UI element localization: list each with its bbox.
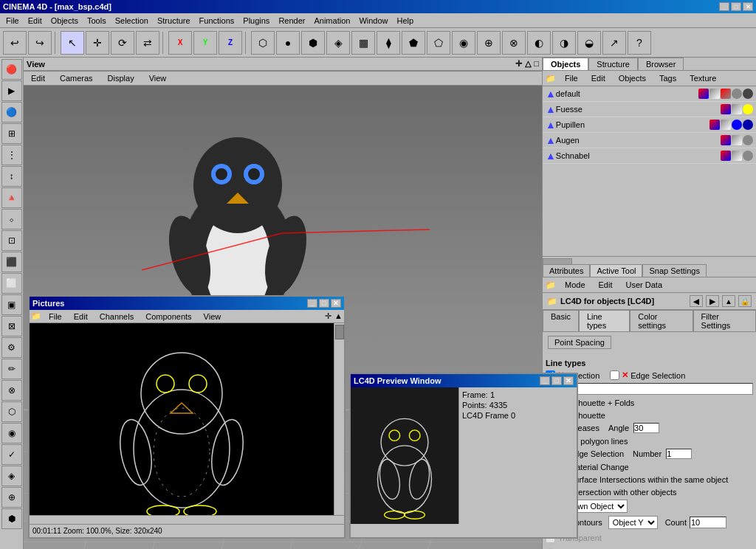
cube-btn[interactable]: ⬡ xyxy=(251,31,275,55)
count-input[interactable] xyxy=(690,517,726,528)
left-btn-14[interactable]: ⚙ xyxy=(1,337,22,358)
menu-render[interactable]: Render xyxy=(274,15,309,27)
attr-edit[interactable]: Edit xyxy=(594,279,617,291)
left-btn-20[interactable]: ◈ xyxy=(1,466,22,486)
menu-edit[interactable]: Edit xyxy=(24,15,47,27)
list-item[interactable]: ▲ Fuesse xyxy=(543,102,756,117)
edge-selection-checkbox[interactable] xyxy=(610,370,619,380)
mat-dot-a3[interactable] xyxy=(743,135,753,145)
select-button[interactable]: ↖ xyxy=(61,31,84,55)
minimize-button[interactable]: _ xyxy=(719,2,729,11)
pictures-canvas[interactable] xyxy=(30,323,334,515)
tab-structure[interactable]: Structure xyxy=(588,58,638,70)
pic-file[interactable]: File xyxy=(44,311,66,322)
tool1-btn[interactable]: ◈ xyxy=(326,31,350,55)
obj-objects-menu[interactable]: Objects xyxy=(614,72,650,84)
view-cameras[interactable]: Cameras xyxy=(55,72,97,84)
attr-user-data[interactable]: User Data xyxy=(622,279,667,291)
z-axis-btn[interactable]: Z xyxy=(219,31,242,55)
preview-close[interactable]: ✕ xyxy=(563,376,574,385)
contours-select[interactable]: Object Y xyxy=(608,516,658,529)
tool5-btn[interactable]: ⬠ xyxy=(427,31,450,55)
obj-edit-menu[interactable]: Edit xyxy=(587,72,610,84)
list-item[interactable]: ▲ default xyxy=(543,86,756,102)
view-view[interactable]: View xyxy=(145,72,171,84)
x-axis-btn[interactable]: X xyxy=(168,31,192,55)
tab-active-tool[interactable]: Active Tool xyxy=(590,264,642,277)
tab-objects[interactable]: Objects xyxy=(543,58,588,70)
left-btn-22[interactable]: ⬢ xyxy=(1,508,22,529)
left-btn-11[interactable]: ⬜ xyxy=(1,273,22,294)
menu-functions[interactable]: Functions xyxy=(195,15,239,27)
tab-snap-settings[interactable]: Snap Settings xyxy=(642,264,707,277)
cylinder-btn[interactable]: ⬢ xyxy=(301,31,325,55)
tool7-btn[interactable]: ⊕ xyxy=(477,31,501,55)
menu-window[interactable]: Window xyxy=(354,15,392,27)
mat-dot-p1[interactable] xyxy=(709,120,720,130)
mat-dot-5[interactable] xyxy=(743,89,753,99)
scroll-thumb-v[interactable] xyxy=(335,325,344,339)
obj-texture-menu[interactable]: Texture xyxy=(685,72,721,84)
point-spacing-button[interactable]: Point Spacing xyxy=(548,336,611,349)
preview-maximize[interactable]: □ xyxy=(551,376,562,385)
nav-lock[interactable]: 🔒 xyxy=(738,295,752,307)
mat-dot-p3[interactable] xyxy=(732,120,742,130)
list-item[interactable]: ▲ Pupillen xyxy=(543,117,756,133)
menu-structure[interactable]: Structure xyxy=(153,15,195,27)
left-btn-10[interactable]: ⬛ xyxy=(1,252,22,272)
menu-help[interactable]: Help xyxy=(393,15,419,27)
menu-file[interactable]: File xyxy=(1,15,24,27)
menu-tools[interactable]: Tools xyxy=(83,15,111,27)
tab-attributes[interactable]: Attributes xyxy=(543,264,590,277)
tab-color-settings[interactable]: Color settings xyxy=(630,310,693,331)
mat-dot-3[interactable] xyxy=(721,89,731,99)
left-btn-18[interactable]: ◉ xyxy=(1,423,22,443)
pictures-scrollbar-h[interactable] xyxy=(30,515,344,524)
list-item[interactable]: ▲ Augen xyxy=(543,133,756,148)
left-btn-9[interactable]: ⊡ xyxy=(1,230,22,251)
mat-dot-1[interactable] xyxy=(698,89,709,99)
y-axis-btn[interactable]: Y xyxy=(193,31,217,55)
preview-minimize[interactable]: _ xyxy=(540,376,550,385)
menu-animation[interactable]: Animation xyxy=(309,15,354,27)
angle-input[interactable] xyxy=(633,423,659,433)
maximize-button[interactable]: □ xyxy=(731,2,741,11)
view-display[interactable]: Display xyxy=(103,72,139,84)
left-btn-16[interactable]: ⊗ xyxy=(1,380,22,401)
obj-tags-menu[interactable]: Tags xyxy=(655,72,681,84)
pic-view[interactable]: View xyxy=(199,311,226,322)
preview-3d-view[interactable] xyxy=(351,387,458,524)
menu-plugins[interactable]: Plugins xyxy=(238,15,274,27)
mat-dot-a2[interactable] xyxy=(732,135,742,145)
left-btn-6[interactable]: ↕ xyxy=(1,166,22,187)
tool3-btn[interactable]: ⧫ xyxy=(377,31,400,55)
left-btn-13[interactable]: ⊠ xyxy=(1,316,22,336)
view-edit[interactable]: Edit xyxy=(27,72,49,84)
nav-forward[interactable]: ▶ xyxy=(706,295,719,307)
menu-objects[interactable]: Objects xyxy=(47,15,83,27)
left-btn-17[interactable]: ⬡ xyxy=(1,401,22,422)
left-btn-8[interactable]: ⬦ xyxy=(1,209,22,229)
mat-dot-4[interactable] xyxy=(732,89,742,99)
pic-components[interactable]: Components xyxy=(141,311,196,322)
move-button[interactable]: ✛ xyxy=(86,31,109,55)
tab-browser[interactable]: Browser xyxy=(638,58,684,70)
undo-button[interactable]: ↩ xyxy=(3,31,27,55)
scale-button[interactable]: ⇄ xyxy=(136,31,159,55)
left-btn-4[interactable]: ⊞ xyxy=(1,123,22,144)
pictures-maximize[interactable]: □ xyxy=(319,299,329,308)
redo-button[interactable]: ↪ xyxy=(28,31,52,55)
mat-dot-f1[interactable] xyxy=(721,104,731,114)
tab-basic[interactable]: Basic xyxy=(543,310,579,331)
left-btn-21[interactable]: ⊕ xyxy=(1,487,22,508)
arrow-select-btn[interactable]: ↗ xyxy=(602,31,626,55)
mat-dot-p2[interactable] xyxy=(721,120,731,130)
tool10-btn[interactable]: ◑ xyxy=(552,31,576,55)
edge-number-input[interactable] xyxy=(666,449,692,459)
help-button[interactable]: ? xyxy=(628,31,651,55)
mat-dot-s3[interactable] xyxy=(743,151,753,161)
pictures-scrollbar-v[interactable] xyxy=(334,323,344,515)
left-btn-7[interactable]: 🔺 xyxy=(1,187,22,208)
left-btn-1[interactable]: 🔴 xyxy=(1,59,22,80)
left-btn-3[interactable]: 🔵 xyxy=(1,102,22,122)
